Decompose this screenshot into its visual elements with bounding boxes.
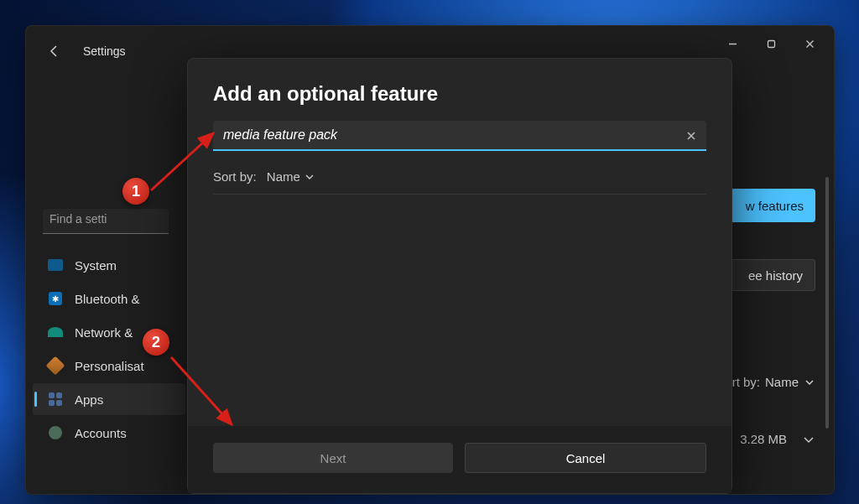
scrollbar[interactable] [825, 177, 829, 429]
maximize-button[interactable] [752, 30, 790, 57]
window-titlebar [26, 26, 834, 61]
minimize-button[interactable] [713, 30, 752, 57]
nav-label: Network & [75, 325, 133, 340]
clear-search-button[interactable] [683, 127, 700, 144]
view-features-button[interactable]: w features [718, 189, 815, 222]
dialog-footer: Next Cancel [188, 426, 731, 493]
person-icon [48, 425, 63, 440]
nav-label: System [75, 258, 117, 273]
settings-window: Settings Find a setti System ✱ Bluetooth… [25, 25, 835, 495]
feature-size-row[interactable]: 3.28 MB [740, 432, 815, 446]
cancel-button[interactable]: Cancel [465, 443, 706, 473]
nav-network[interactable]: Network & [33, 316, 185, 348]
dialog-sort-by[interactable]: Sort by: Name [213, 169, 706, 184]
dialog-title: Add an optional feature [188, 59, 731, 121]
back-button[interactable] [44, 41, 65, 61]
nav-apps[interactable]: Apps [33, 383, 185, 415]
size-value: 3.28 MB [740, 432, 787, 446]
nav-system[interactable]: System [33, 249, 185, 281]
sort-label: Sort by: [213, 169, 257, 184]
app-title: Settings [83, 44, 126, 58]
nav-accounts[interactable]: Accounts [33, 417, 185, 449]
wifi-icon [48, 325, 63, 340]
chevron-down-icon [804, 377, 815, 388]
nav-label: Accounts [75, 426, 127, 440]
chevron-down-icon [304, 171, 315, 183]
nav-label: Personalisat [75, 359, 144, 373]
svg-rect-0 [768, 40, 774, 47]
sort-by-control[interactable]: ort by: Name [725, 375, 815, 389]
settings-header: Settings [44, 41, 126, 61]
close-icon [686, 131, 696, 141]
feature-search-input[interactable] [213, 121, 706, 151]
add-optional-feature-dialog: Add an optional feature Sort by: Name Ne… [187, 58, 732, 494]
next-button[interactable]: Next [213, 443, 453, 473]
sidebar-nav: System ✱ Bluetooth & Network & Personali… [26, 249, 185, 449]
sidebar-search-input[interactable]: Find a setti [43, 209, 169, 234]
nav-bluetooth[interactable]: ✱ Bluetooth & [33, 283, 185, 314]
dialog-results-area [188, 195, 731, 426]
bluetooth-icon: ✱ [48, 291, 63, 306]
sort-value: Name [267, 169, 300, 184]
nav-label: Apps [75, 392, 103, 407]
close-button[interactable] [790, 30, 829, 57]
nav-label: Bluetooth & [75, 292, 140, 306]
nav-personalisation[interactable]: Personalisat [33, 350, 185, 382]
paintbrush-icon [48, 358, 63, 373]
sort-value: Name [765, 375, 799, 389]
chevron-down-icon [802, 433, 815, 446]
apps-icon [48, 392, 63, 407]
system-icon [48, 257, 63, 273]
